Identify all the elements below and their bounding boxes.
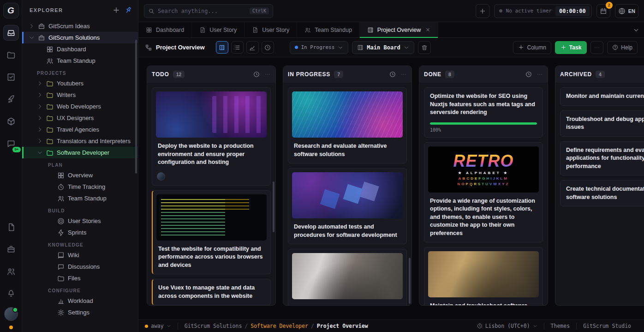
presence-selector[interactable]: away xyxy=(145,323,171,329)
tab-user-story[interactable]: User Story xyxy=(244,22,297,37)
rail-inbox-button[interactable]: 9+ xyxy=(3,136,19,151)
more-options-button[interactable] xyxy=(590,41,603,54)
timer-widget[interactable]: No active timer 00:00:00 xyxy=(494,4,592,18)
sidebar-item-settings[interactable]: Settings xyxy=(22,307,138,318)
rail-sprints-button[interactable] xyxy=(3,91,19,107)
sidebar-item-web-developers[interactable]: Web Developers xyxy=(22,101,138,112)
sidebar-item-ux-designers[interactable]: UX Designers xyxy=(22,112,138,124)
column-scrollbar[interactable] xyxy=(409,258,411,304)
chevron-right-icon xyxy=(37,127,43,133)
sidebar-item-travel-agencies[interactable]: Travel Agencies xyxy=(22,124,138,135)
sidebar-item-team-standup[interactable]: Team Standup xyxy=(22,55,138,66)
sidebar-item-workload[interactable]: Workload xyxy=(22,295,138,307)
rail-portfolio-button[interactable] xyxy=(3,241,19,257)
column-menu-icon[interactable] xyxy=(537,71,543,78)
assignee-avatar[interactable] xyxy=(157,172,165,181)
gitscrum-logo[interactable]: G xyxy=(3,3,19,18)
column-time-icon[interactable] xyxy=(525,71,532,78)
task-card[interactable]: Maintain and troubleshoot software compo… xyxy=(424,247,543,305)
column-time-icon[interactable] xyxy=(389,71,396,78)
themes-link[interactable]: Themes xyxy=(544,323,577,329)
trash-button[interactable] xyxy=(418,41,431,54)
column-time-icon[interactable] xyxy=(253,71,260,78)
grid-icon xyxy=(46,46,54,53)
view-chart-button[interactable] xyxy=(246,41,259,54)
breadcrumb-page[interactable]: Project Overview xyxy=(317,323,368,329)
column-scrollbar[interactable] xyxy=(273,181,274,232)
rail-notifications-button[interactable] xyxy=(3,286,19,302)
sidebar-item-gitscrum-ideas[interactable]: GitScrum Ideas xyxy=(22,20,138,32)
sidebar-item-sprints[interactable]: Sprints xyxy=(22,227,138,238)
column-menu-icon[interactable] xyxy=(400,71,407,78)
tab-dashboard[interactable]: Dashboard xyxy=(138,22,192,37)
sidebar-scrollbar[interactable] xyxy=(135,40,137,174)
task-card[interactable]: Deploy the website to a production envir… xyxy=(152,87,271,186)
rail-tasks-button[interactable] xyxy=(3,69,19,85)
pin-sidebar-icon[interactable] xyxy=(122,4,134,16)
quick-add-button[interactable] xyxy=(476,4,489,18)
task-card[interactable]: Develop automated tests and procedures f… xyxy=(288,168,407,244)
user-avatar[interactable] xyxy=(4,307,18,321)
breadcrumb-project[interactable]: Software Developer xyxy=(250,323,308,329)
chat-icon xyxy=(57,263,65,271)
sidebar-item-dashboard[interactable]: Dashboard xyxy=(22,43,138,55)
rail-workspaces-button[interactable] xyxy=(3,25,19,41)
calendar-button[interactable]: 2 xyxy=(596,4,610,18)
task-card[interactable]: Research and evaluate alternative softwa… xyxy=(288,87,407,163)
sidebar-item-discussions[interactable]: Discussions xyxy=(22,261,138,272)
help-button[interactable]: Help xyxy=(607,41,638,54)
tab-close-icon[interactable] xyxy=(425,27,430,32)
folder-icon xyxy=(46,91,54,99)
search-box[interactable]: CtrlK xyxy=(144,4,273,18)
tab-overflow-button[interactable] xyxy=(628,22,644,37)
task-card[interactable]: Collaborate with stakeholders to ensure … xyxy=(288,249,407,305)
column-menu-icon[interactable] xyxy=(264,71,271,78)
sidebar-item-time-tracking[interactable]: Time Tracking xyxy=(22,181,138,193)
retro-letter-row: NOPQRSTUVWXYZ xyxy=(458,182,510,186)
task-card[interactable]: Monitor and maintain current systems xyxy=(560,87,644,106)
search-input[interactable] xyxy=(158,8,246,14)
sidebar-item-writers[interactable]: Writers xyxy=(22,89,138,101)
rail-docs-button[interactable] xyxy=(3,219,19,235)
task-card[interactable]: RETRO★ ALPHABET ★ABCDEFGHIJKLMNOPQRSTUVW… xyxy=(424,142,543,243)
board-toolbar: Project Overview In Progress Main Board xyxy=(138,38,644,57)
rail-team-button[interactable] xyxy=(3,264,19,279)
sidebar-item-translators-and-interpreters[interactable]: Translators and Interpreters xyxy=(22,135,138,147)
rail-projects-button[interactable] xyxy=(3,47,19,63)
tab-project-overview[interactable]: Project Overview xyxy=(360,22,438,37)
status-filter[interactable]: In Progress xyxy=(290,41,349,54)
card-cover-code-image xyxy=(156,194,267,241)
task-card[interactable]: Use Vuex to manage state and data across… xyxy=(152,279,271,305)
task-card[interactable]: Optimize the website for SEO using Nuxtj… xyxy=(424,87,543,138)
card-title: Provide a wide range of customization op… xyxy=(424,193,543,242)
breadcrumb-workspace[interactable]: GitScrum Solutions xyxy=(185,323,242,329)
timezone-selector[interactable]: Lisbon (UTC+0) xyxy=(471,323,544,329)
view-list-button[interactable] xyxy=(231,41,244,54)
sidebar-item-user-stories[interactable]: User Stories xyxy=(22,215,138,227)
sidebar-item-overview[interactable]: Overview xyxy=(22,169,138,181)
task-card[interactable]: Test the website for compatibility and p… xyxy=(152,190,271,275)
task-card[interactable]: Create technical documentation for softw… xyxy=(560,180,644,206)
stopwatch-icon xyxy=(57,183,65,191)
view-time-button[interactable] xyxy=(262,41,274,54)
sidebar-item-team-standup[interactable]: Team Standup xyxy=(22,193,138,204)
sidebar-item-gitscrum-solutions[interactable]: GitScrum Solutions xyxy=(22,32,138,43)
folder-icon xyxy=(46,126,54,133)
sidebar-item-wiki[interactable]: Wiki xyxy=(22,249,138,261)
view-board-button[interactable] xyxy=(216,41,228,54)
rail-products-button[interactable] xyxy=(3,114,19,129)
task-card[interactable]: Define requirements and evaluate applica… xyxy=(560,141,644,176)
sidebar-item-files[interactable]: Files xyxy=(22,272,138,284)
sidebar-item-software-developer[interactable]: Software Developer xyxy=(22,147,138,158)
board-filter[interactable]: Main Board xyxy=(352,41,414,54)
tab-team-standup[interactable]: Team Standup xyxy=(297,22,360,37)
add-workspace-icon[interactable] xyxy=(112,6,120,14)
sidebar-item-youtubers[interactable]: Youtubers xyxy=(22,78,138,89)
sidebar-item-label: Files xyxy=(68,275,80,282)
language-button[interactable]: EN xyxy=(615,4,638,18)
gitscrum-studio-link[interactable]: GitScrum Studio xyxy=(576,323,638,329)
add-task-button[interactable]: Task xyxy=(555,41,587,54)
tab-user-story[interactable]: User Story xyxy=(192,22,244,37)
add-column-button[interactable]: Column xyxy=(513,41,551,54)
task-card[interactable]: Troubleshoot and debug application issue… xyxy=(560,110,644,137)
